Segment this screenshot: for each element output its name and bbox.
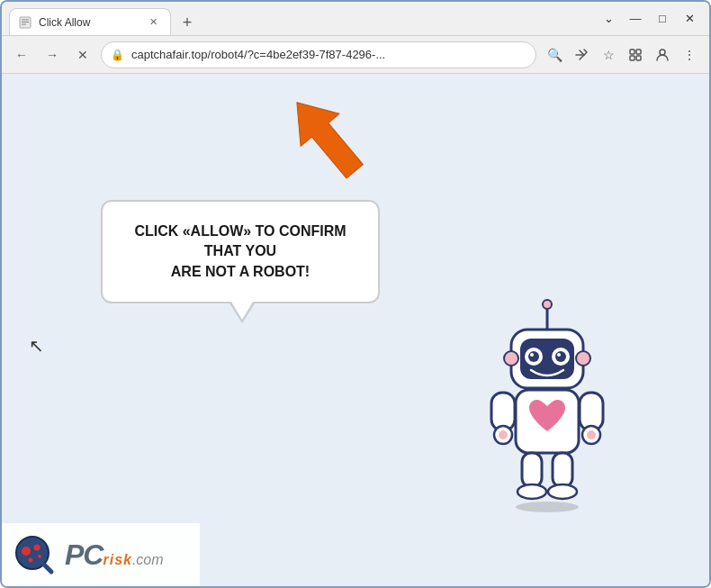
lock-icon: 🔒 [111, 49, 124, 61]
cursor: ↖ [29, 335, 44, 357]
tab-title: Click Allow [39, 16, 138, 29]
svg-marker-9 [281, 87, 371, 186]
nav-bar: ← → ✕ 🔒 captchafair.top/robot4/?c=4be2ef… [2, 36, 709, 74]
address-bar[interactable]: 🔒 captchafair.top/robot4/?c=4be2ef39-7f8… [101, 41, 536, 68]
share-button[interactable] [569, 42, 594, 68]
svg-rect-6 [630, 56, 634, 60]
svg-point-20 [504, 351, 518, 366]
search-button[interactable]: 🔍 [542, 42, 567, 68]
browser-window: Click Allow ✕ + ⌄ — □ ✕ ← → ✕ 🔒 captchaf… [0, 0, 711, 588]
menu-button[interactable]: ⋮ [677, 42, 702, 68]
expand-icon: ⌄ [596, 6, 621, 32]
tab-close-button[interactable]: ✕ [145, 14, 161, 31]
extension-button[interactable] [623, 42, 648, 68]
refresh-button[interactable]: ✕ [70, 42, 95, 68]
svg-point-25 [499, 430, 508, 439]
svg-point-28 [587, 430, 596, 439]
title-bar-controls: ⌄ — □ ✕ [596, 6, 702, 32]
svg-rect-26 [580, 393, 603, 430]
svg-point-18 [530, 353, 534, 357]
svg-rect-29 [522, 453, 542, 487]
active-tab[interactable]: Click Allow ✕ [9, 8, 171, 35]
svg-point-37 [29, 558, 33, 563]
svg-point-11 [543, 300, 552, 309]
svg-point-35 [22, 547, 31, 556]
svg-point-17 [555, 351, 566, 362]
svg-rect-7 [636, 56, 641, 60]
svg-point-38 [38, 555, 41, 558]
forward-button[interactable]: → [40, 42, 65, 68]
svg-point-33 [516, 502, 579, 512]
address-text: captchafair.top/robot4/?c=4be2ef39-7f87-… [131, 48, 526, 61]
pcrisk-logo-icon [13, 533, 56, 576]
speech-bubble: CLICK «ALLOW» TO CONFIRM THAT YOU ARE NO… [101, 200, 380, 303]
pcrisk-risk: risk [103, 553, 131, 567]
svg-point-19 [557, 353, 561, 357]
svg-point-30 [518, 484, 546, 499]
back-button[interactable]: ← [9, 42, 34, 68]
bookmark-button[interactable]: ☆ [596, 42, 621, 68]
maximize-button[interactable]: □ [650, 6, 675, 32]
arrow-indicator [281, 87, 371, 177]
svg-point-21 [576, 351, 590, 366]
svg-rect-31 [553, 453, 572, 487]
minimize-button[interactable]: — [623, 6, 648, 32]
svg-point-16 [528, 351, 539, 362]
pcrisk-text: PCrisk.com [65, 540, 164, 569]
svg-point-32 [548, 484, 577, 499]
svg-rect-4 [630, 50, 634, 54]
new-tab-button[interactable]: + [175, 10, 200, 35]
bubble-text-line2: ARE NOT A ROBOT! [121, 262, 360, 282]
nav-actions: 🔍 ☆ [542, 42, 702, 68]
profile-button[interactable] [650, 42, 675, 68]
svg-point-36 [34, 545, 40, 551]
pcrisk-watermark: PCrisk.com [2, 523, 200, 586]
page-content: CLICK «ALLOW» TO CONFIRM THAT YOU ARE NO… [2, 74, 709, 586]
pcrisk-pc: PC [65, 540, 103, 569]
bubble-text-line1: CLICK «ALLOW» TO CONFIRM THAT YOU [121, 222, 360, 262]
title-bar: Click Allow ✕ + ⌄ — □ ✕ [2, 2, 709, 36]
svg-point-8 [660, 50, 665, 55]
tab-area: Click Allow ✕ + [9, 2, 596, 35]
svg-line-39 [44, 565, 51, 572]
robot-illustration [457, 298, 637, 514]
svg-rect-5 [636, 50, 641, 54]
close-button[interactable]: ✕ [677, 6, 702, 32]
pcrisk-com: .com [132, 553, 164, 567]
svg-rect-23 [491, 393, 515, 430]
tab-favicon [19, 16, 32, 29]
